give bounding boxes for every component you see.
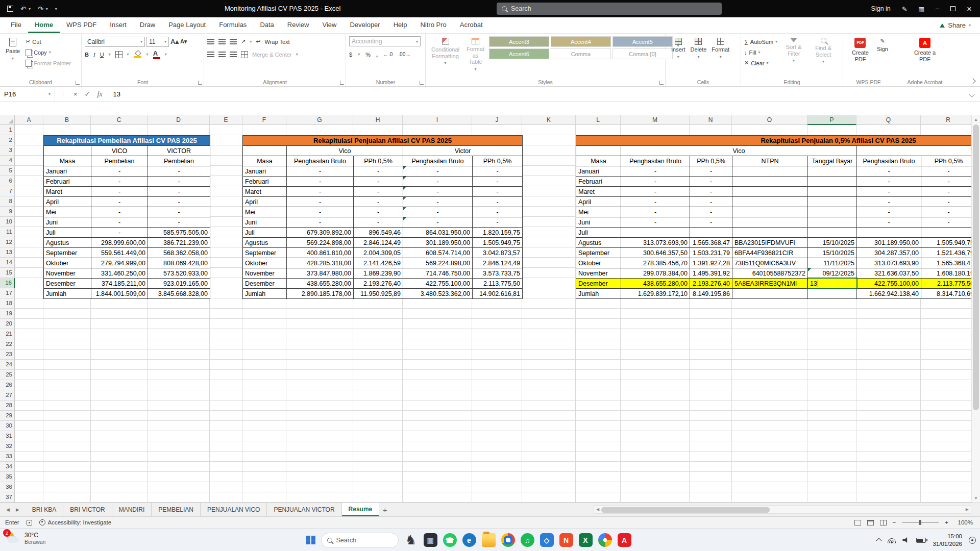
row-header-14[interactable]: 14 xyxy=(0,258,15,268)
decrease-font-icon[interactable]: A▾ xyxy=(180,39,187,44)
cell-B10[interactable]: Juni xyxy=(43,217,91,228)
cell-P4[interactable]: Tanggal Bayar xyxy=(807,156,857,166)
cell-C17[interactable]: 1.844.001.509,00 xyxy=(91,288,148,299)
cell-P12[interactable]: 15/10/2025 xyxy=(807,237,857,248)
excel-icon[interactable]: X xyxy=(579,533,593,547)
cell-M3[interactable]: Vico xyxy=(621,145,857,156)
cell-N11[interactable] xyxy=(690,227,732,238)
align-middle-icon[interactable] xyxy=(218,39,226,44)
cell-N4[interactable]: PPh 0,5% xyxy=(690,156,732,166)
bold-button[interactable]: B xyxy=(85,52,89,58)
cell-R17[interactable]: 8.314.710,69 xyxy=(921,288,976,299)
format-painter-button[interactable]: Format Painter xyxy=(26,58,71,68)
cell-M16[interactable]: 438.655.280,00 xyxy=(621,278,690,289)
sheet-tab-bri-victor[interactable]: BRI VICTOR xyxy=(63,503,112,516)
cell-C5[interactable]: - xyxy=(91,166,148,177)
col-header-B[interactable]: B xyxy=(43,115,91,125)
cell-L5[interactable]: Januari xyxy=(576,166,621,177)
cell-H17[interactable]: 11.950.925,89 xyxy=(353,288,403,299)
cell-C8[interactable]: - xyxy=(91,196,148,207)
drag-dots-icon[interactable]: ⋮ xyxy=(60,91,66,97)
cell-D17[interactable]: 3.845.668.328,00 xyxy=(148,288,210,299)
cell-G7[interactable]: - xyxy=(286,186,354,197)
cell-H9[interactable]: - xyxy=(353,207,403,217)
cell-style-comma-0-[interactable]: Comma [0] xyxy=(612,48,673,59)
chess-app-icon[interactable]: ♞ xyxy=(404,533,418,547)
insert-cells-button[interactable]: Insert▾ xyxy=(669,36,688,61)
cell-O11[interactable] xyxy=(732,227,808,238)
cell-R6[interactable]: - xyxy=(921,176,976,187)
cell-O15[interactable]: 640105588752372 xyxy=(732,268,808,279)
cell-Q8[interactable]: - xyxy=(856,196,921,207)
cell-G6[interactable]: - xyxy=(286,176,354,187)
cell-F4[interactable]: Masa xyxy=(242,156,287,166)
photos-app-icon[interactable]: ◇ xyxy=(540,533,554,547)
cell-F17[interactable]: Jumlah xyxy=(242,288,287,299)
cell-M6[interactable]: - xyxy=(621,176,690,187)
row-header-21[interactable]: 21 xyxy=(0,329,15,339)
cancel-entry-icon[interactable]: × xyxy=(74,90,78,98)
row-header-33[interactable]: 33 xyxy=(0,452,15,462)
fill-button[interactable]: ↓Fill▾ xyxy=(744,47,777,58)
cell-C6[interactable]: - xyxy=(91,176,148,187)
menu-tab-view[interactable]: View xyxy=(315,17,343,33)
cell-D13[interactable]: 568.362.058,00 xyxy=(148,247,210,258)
cell-N7[interactable]: - xyxy=(690,186,732,197)
cell-G9[interactable]: - xyxy=(286,207,354,217)
menu-tab-nitro-pro[interactable]: Nitro Pro xyxy=(413,17,453,33)
cell-L10[interactable]: Juni xyxy=(576,217,621,228)
cell-J9[interactable]: - xyxy=(472,207,523,217)
cell-O5[interactable] xyxy=(732,166,808,177)
cell-P8[interactable] xyxy=(807,196,857,207)
col-header-Q[interactable]: Q xyxy=(856,115,921,125)
cell-M5[interactable]: - xyxy=(621,166,690,177)
cell-D3[interactable]: VICTOR xyxy=(148,145,210,156)
col-header-H[interactable]: H xyxy=(353,115,403,125)
row-header-29[interactable]: 29 xyxy=(0,411,15,421)
cell-L2[interactable]: Rekapitulasi Penjualan 0,5% Afiliasi CV … xyxy=(576,135,980,146)
cell-M14[interactable]: 278.385.456,70 xyxy=(621,258,690,268)
cell-H7[interactable]: - xyxy=(353,186,403,197)
cell-N12[interactable]: 1.565.368,47 xyxy=(690,237,732,248)
cell-F6[interactable]: Februari xyxy=(242,176,287,187)
cell-G15[interactable]: 373.847.980,00 xyxy=(286,268,354,279)
cell-R11[interactable] xyxy=(921,227,976,238)
notification-bell-icon[interactable] xyxy=(969,537,976,544)
cell-H4[interactable]: PPh 0,5% xyxy=(353,156,403,166)
font-color-icon[interactable]: A xyxy=(153,50,160,59)
cell-B9[interactable]: Mei xyxy=(43,207,91,217)
number-dialog-launcher[interactable] xyxy=(420,81,424,85)
cell-I4[interactable]: Penghasilan Bruto xyxy=(403,156,473,166)
taskbar-search[interactable]: Search xyxy=(321,533,399,548)
minimize-button[interactable]: – xyxy=(936,5,939,12)
col-header-D[interactable]: D xyxy=(148,115,210,125)
vertical-scrollbar[interactable]: ▲ ▼ xyxy=(971,115,980,503)
col-header-P[interactable]: P xyxy=(807,115,856,125)
cell-H10[interactable]: - xyxy=(353,217,403,228)
cell-G4[interactable]: Penghasilan Bruto xyxy=(286,156,354,166)
cell-I11[interactable]: 864.031.950,00 xyxy=(403,227,473,238)
cell-C7[interactable]: - xyxy=(91,186,148,197)
row-header-18[interactable]: 18 xyxy=(0,298,15,309)
row-header-6[interactable]: 6 xyxy=(0,176,15,186)
cell-P9[interactable] xyxy=(807,207,857,217)
cell-L4[interactable]: Masa xyxy=(576,156,621,166)
cell-F8[interactable]: April xyxy=(242,196,287,207)
col-header-I[interactable]: I xyxy=(403,115,472,125)
cell-O12[interactable]: BBA23015IFDMVUFI xyxy=(732,237,808,248)
cell-M9[interactable]: - xyxy=(621,207,690,217)
cell-style-accent5[interactable]: Accent5 xyxy=(612,36,673,47)
scroll-up-icon[interactable]: ▲ xyxy=(974,117,978,122)
cell-G14[interactable]: 428.285.318,00 xyxy=(286,258,354,268)
cell-B11[interactable]: Juli xyxy=(43,227,91,238)
cell-J12[interactable]: 1.505.949,75 xyxy=(472,237,523,248)
cell-B3[interactable] xyxy=(43,145,91,156)
col-header-C[interactable]: C xyxy=(91,115,148,125)
cell-C4[interactable]: Pembelian xyxy=(91,156,148,166)
align-left-icon[interactable] xyxy=(207,52,214,57)
row-header-27[interactable]: 27 xyxy=(0,390,15,400)
cell-F16[interactable]: Desember xyxy=(242,278,287,289)
cell-Q10[interactable]: - xyxy=(856,217,921,228)
cell-C11[interactable]: - xyxy=(91,227,148,238)
horizontal-scroll-thumb[interactable] xyxy=(601,507,770,513)
